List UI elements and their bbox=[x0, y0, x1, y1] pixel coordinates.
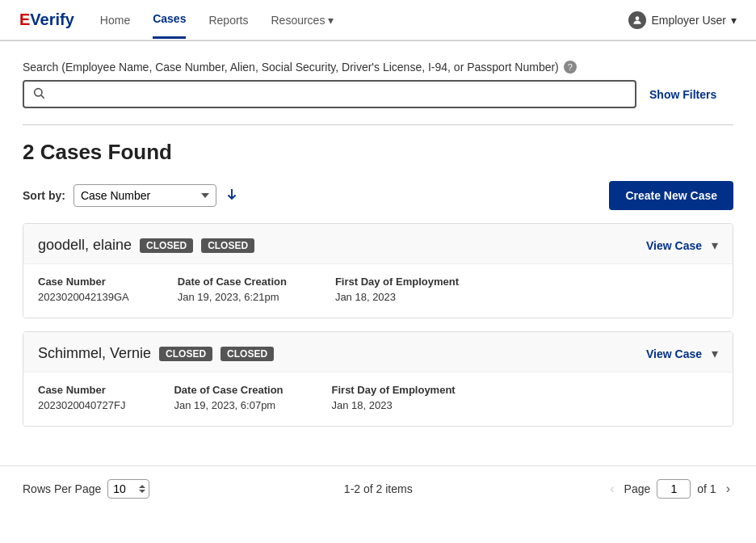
search-row: Show Filters bbox=[23, 80, 733, 108]
case-badge-closed-1: CLOSED bbox=[140, 238, 193, 253]
user-menu[interactable]: Employer User ▾ bbox=[628, 11, 737, 29]
prev-page-button[interactable]: ‹ bbox=[607, 482, 617, 496]
case-field-case-number: Case Number 2023020040727FJ bbox=[38, 384, 125, 411]
user-chevron-icon: ▾ bbox=[731, 14, 737, 27]
user-label: Employer User bbox=[651, 14, 726, 27]
cases-header: 2 Cases Found bbox=[23, 140, 733, 165]
logo-verify-text: Verify bbox=[30, 11, 74, 29]
chevron-down-icon: ▾ bbox=[328, 14, 334, 27]
svg-line-2 bbox=[41, 95, 44, 99]
case-field-employment-date: First Day of Employment Jan 18, 2023 bbox=[332, 384, 456, 411]
case-actions: View Case ▾ bbox=[646, 238, 718, 253]
case-body: Case Number 2023020040727FJ Date of Case… bbox=[23, 373, 733, 426]
case-field-label: Date of Case Creation bbox=[178, 276, 287, 288]
view-case-button[interactable]: View Case bbox=[646, 347, 702, 360]
case-card-header: Schimmel, Vernie CLOSED CLOSED View Case… bbox=[23, 332, 733, 373]
search-box[interactable] bbox=[23, 80, 636, 108]
case-card: Schimmel, Vernie CLOSED CLOSED View Case… bbox=[23, 331, 733, 427]
nav-reports[interactable]: Reports bbox=[208, 2, 248, 38]
search-input[interactable] bbox=[50, 88, 627, 101]
pagination-bar: Rows Per Page 10 25 50 1-2 of 2 items ‹ … bbox=[0, 465, 756, 511]
case-actions: View Case ▾ bbox=[646, 346, 718, 361]
search-label-area: Search (Employee Name, Case Number, Alie… bbox=[23, 61, 733, 74]
search-label-text: Search (Employee Name, Case Number, Alie… bbox=[23, 61, 559, 74]
expand-case-button[interactable]: ▾ bbox=[712, 346, 718, 361]
case-field-value: 2023020040727FJ bbox=[38, 399, 125, 411]
user-avatar-icon bbox=[628, 11, 646, 29]
rows-per-page-label: Rows Per Page bbox=[23, 482, 101, 495]
nav-resources[interactable]: Resources ▾ bbox=[271, 2, 334, 38]
case-field-label: Case Number bbox=[38, 276, 129, 288]
page-label: Page bbox=[624, 482, 651, 495]
show-filters-button[interactable]: Show Filters bbox=[649, 88, 716, 101]
sort-section: Sort by: Case Number Employee Name Date … bbox=[23, 184, 239, 207]
case-field-label: Date of Case Creation bbox=[174, 384, 283, 396]
case-field-label: First Day of Employment bbox=[335, 276, 459, 288]
svg-point-1 bbox=[35, 89, 42, 96]
view-case-button[interactable]: View Case bbox=[646, 239, 702, 252]
case-body: Case Number 2023020042139GA Date of Case… bbox=[23, 264, 733, 318]
case-field-case-number: Case Number 2023020042139GA bbox=[38, 276, 129, 303]
case-badge-closed-1: CLOSED bbox=[159, 347, 212, 361]
case-name-area: goodell, elaine CLOSED CLOSED bbox=[38, 237, 254, 254]
rows-per-page-select[interactable]: 10 25 50 bbox=[107, 479, 149, 499]
case-name: Schimmel, Vernie bbox=[38, 345, 151, 362]
case-field-employment-date: First Day of Employment Jan 18, 2023 bbox=[335, 276, 459, 303]
expand-case-button[interactable]: ▾ bbox=[712, 238, 718, 253]
search-icon bbox=[32, 86, 45, 102]
sort-direction-button[interactable] bbox=[225, 187, 239, 205]
main-content: Search (Employee Name, Case Number, Alie… bbox=[0, 41, 756, 459]
nav-cases[interactable]: Cases bbox=[153, 1, 186, 39]
case-field-value: Jan 19, 2023, 6:21pm bbox=[178, 291, 287, 303]
case-field-value: Jan 19, 2023, 6:07pm bbox=[174, 399, 283, 411]
nav-resources-label: Resources bbox=[271, 14, 325, 27]
search-help-icon[interactable]: ? bbox=[564, 61, 577, 74]
sort-label: Sort by: bbox=[23, 189, 65, 202]
page-section: ‹ Page of 1 › bbox=[607, 479, 733, 499]
case-card: goodell, elaine CLOSED CLOSED View Case … bbox=[23, 223, 733, 318]
case-field-value: Jan 18, 2023 bbox=[332, 399, 456, 411]
of-total-pages: of 1 bbox=[697, 482, 716, 495]
case-field-value: 2023020042139GA bbox=[38, 291, 129, 303]
case-field-date-creation: Date of Case Creation Jan 19, 2023, 6:21… bbox=[178, 276, 287, 303]
cases-count: 2 Cases Found bbox=[23, 140, 733, 165]
search-divider bbox=[23, 124, 733, 125]
cases-toolbar: Sort by: Case Number Employee Name Date … bbox=[23, 181, 733, 210]
case-name-area: Schimmel, Vernie CLOSED CLOSED bbox=[38, 345, 274, 362]
case-field-label: Case Number bbox=[38, 384, 125, 396]
nav-links: Home Cases Reports Resources ▾ bbox=[100, 1, 629, 39]
navbar: E Verify Home Cases Reports Resources ▾ … bbox=[0, 0, 756, 40]
create-new-case-button[interactable]: Create New Case bbox=[609, 181, 733, 210]
page-input[interactable] bbox=[657, 479, 691, 499]
svg-point-0 bbox=[636, 16, 640, 20]
logo-e-letter: E bbox=[19, 11, 30, 29]
case-name: goodell, elaine bbox=[38, 237, 132, 254]
sort-select[interactable]: Case Number Employee Name Date of Case C… bbox=[74, 184, 216, 207]
case-badge-closed-2: CLOSED bbox=[220, 347, 274, 361]
case-field-value: Jan 18, 2023 bbox=[335, 291, 459, 303]
next-page-button[interactable]: › bbox=[723, 482, 733, 496]
rows-per-page-section: Rows Per Page 10 25 50 bbox=[23, 479, 149, 499]
nav-home[interactable]: Home bbox=[100, 2, 130, 38]
logo[interactable]: E Verify bbox=[19, 11, 74, 29]
items-info: 1-2 of 2 items bbox=[344, 482, 413, 495]
case-field-label: First Day of Employment bbox=[332, 384, 456, 396]
case-card-header: goodell, elaine CLOSED CLOSED View Case … bbox=[23, 224, 733, 264]
case-field-date-creation: Date of Case Creation Jan 19, 2023, 6:07… bbox=[174, 384, 283, 411]
case-badge-closed-2: CLOSED bbox=[201, 238, 254, 253]
